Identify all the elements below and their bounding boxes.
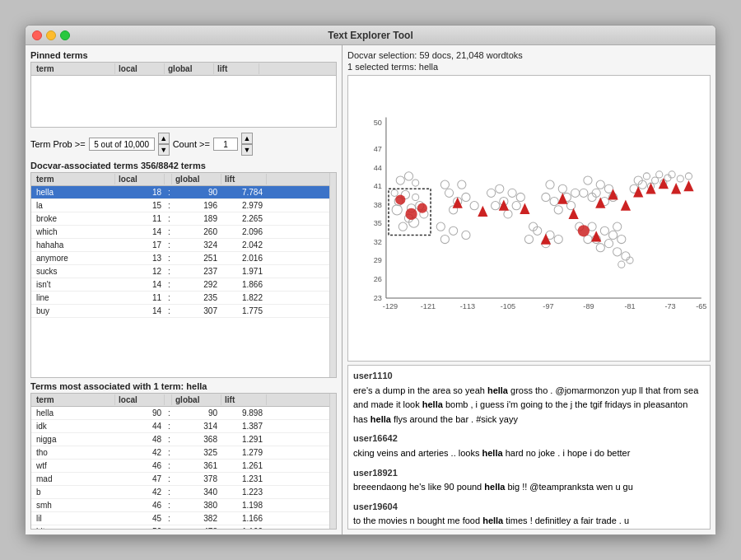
docvar-row[interactable]: which 14 : 260 2.096 [31, 226, 329, 239]
docvar-row[interactable]: anymore 13 : 251 2.016 [31, 252, 329, 265]
pinned-terms-section: Pinned terms term local global lift [30, 50, 337, 128]
docvar-row[interactable]: hella 18 : 90 7.784 [31, 186, 329, 199]
assoc-row[interactable]: b 42 : 340 1.223 [31, 486, 329, 499]
minimize-button[interactable] [46, 30, 56, 40]
map-chart: 23 26 29 32 35 38 41 44 47 50 -129 -121 … [348, 76, 710, 361]
docvar-row[interactable]: broke 11 : 189 2.265 [31, 212, 329, 226]
term-prob-down[interactable]: ▼ [158, 144, 170, 156]
svg-point-57 [550, 197, 558, 205]
assoc-row[interactable]: hit 56 : 478 1.160 [31, 525, 329, 529]
svg-text:-89: -89 [583, 302, 594, 310]
assoc-col-sep [165, 394, 172, 405]
assoc-row[interactable]: lil 45 : 382 1.166 [31, 512, 329, 525]
svg-marker-105 [499, 200, 509, 211]
assoc-scrollbar[interactable] [329, 394, 336, 529]
text-preview[interactable]: user1110ere's a dump in the area so yeah… [347, 365, 711, 530]
text-block: user16642cking veins and arteries .. loo… [353, 432, 705, 460]
text-block: user18921breeendaong he's like 90 pound … [353, 466, 705, 495]
docvar-scrollbar[interactable] [329, 173, 336, 377]
svg-point-84 [664, 175, 671, 181]
svg-marker-113 [645, 183, 655, 194]
username: user1110 [353, 371, 393, 380]
svg-point-43 [450, 226, 458, 235]
term-prob-row: Term Prob >= ▲ ▼ Count >= ▲ ▼ [30, 131, 337, 157]
docvar-row[interactable]: sucks 12 : 237 1.971 [31, 265, 329, 278]
docvar-rows: hella 18 : 90 7.784 la 15 : 196 2.979 br… [31, 186, 329, 318]
docvar-section: Docvar-associated terms 356/8842 terms t… [30, 161, 337, 378]
svg-point-88 [685, 173, 692, 180]
count-spinner: ▲ ▼ [241, 133, 253, 156]
left-panel: Pinned terms term local global lift Term… [26, 45, 343, 534]
assoc-row[interactable]: smh 46 : 380 1.198 [31, 499, 329, 512]
docvar-info: Docvar selection: 59 docs, 21,048 wordto… [347, 50, 711, 60]
pinned-col-lift: lift [214, 63, 259, 74]
svg-point-27 [412, 194, 419, 200]
svg-text:-121: -121 [421, 302, 436, 310]
svg-marker-115 [671, 183, 681, 194]
assoc-row[interactable]: wtf 46 : 361 1.261 [31, 460, 329, 473]
text-blocks-container: user1110ere's a dump in the area so yeah… [353, 369, 705, 530]
highlighted-term: hella [482, 448, 503, 458]
svg-point-41 [458, 180, 466, 189]
count-up[interactable]: ▲ [241, 133, 253, 144]
docvar-header: term local global lift [31, 173, 329, 186]
svg-point-99 [622, 252, 630, 260]
svg-text:-129: -129 [383, 302, 398, 310]
svg-point-58 [571, 189, 580, 197]
term-prob-input[interactable] [89, 138, 155, 151]
username: user16642 [353, 433, 398, 443]
count-label: Count >= [173, 139, 210, 149]
docvar-table[interactable]: term local global lift hella 18 : 90 7.7… [31, 173, 329, 377]
svg-point-85 [669, 171, 675, 178]
svg-point-49 [512, 202, 520, 210]
svg-text:26: 26 [374, 275, 382, 283]
assoc-col-term: term [33, 394, 115, 405]
svg-point-77 [613, 222, 622, 231]
assoc-row[interactable]: mad 47 : 378 1.231 [31, 473, 329, 486]
username: user19604 [353, 502, 398, 511]
assoc-row[interactable]: tho 42 : 325 1.279 [31, 446, 329, 460]
svg-point-63 [596, 180, 604, 189]
svg-point-60 [566, 202, 575, 210]
close-button[interactable] [32, 30, 42, 40]
svg-text:23: 23 [374, 294, 382, 302]
docvar-row[interactable]: hahaha 17 : 324 2.042 [31, 239, 329, 252]
pinned-col-global: global [165, 63, 214, 74]
svg-point-69 [580, 189, 588, 197]
svg-point-102 [405, 208, 417, 220]
svg-text:38: 38 [374, 201, 382, 209]
svg-point-79 [618, 235, 626, 243]
assoc-row[interactable]: nigga 48 : 368 1.291 [31, 433, 329, 446]
svg-point-55 [558, 184, 566, 193]
assoc-row[interactable]: hella 90 : 90 9.898 [31, 407, 329, 420]
assoc-row[interactable]: idk 44 : 314 1.387 [31, 420, 329, 433]
svg-point-74 [604, 240, 613, 248]
username: user18921 [353, 468, 398, 478]
svg-point-120 [395, 194, 405, 204]
text-block: user19604to the movies n bought me food … [353, 500, 705, 529]
assoc-col-local: local [115, 394, 165, 405]
assoc-table[interactable]: term local global lift hella 90 : 90 9.8… [31, 394, 329, 529]
svg-point-61 [542, 193, 550, 201]
maximize-button[interactable] [60, 30, 70, 40]
svg-text:35: 35 [374, 219, 382, 227]
docvar-row[interactable]: line 11 : 235 1.822 [31, 292, 329, 305]
highlighted-term: hella [482, 516, 503, 525]
count-down[interactable]: ▼ [241, 144, 253, 156]
svg-marker-109 [595, 197, 605, 208]
svg-point-98 [613, 248, 622, 256]
svg-point-100 [618, 261, 625, 268]
chart-container: 23 26 29 32 35 38 41 44 47 50 -129 -121 … [347, 75, 711, 362]
count-input[interactable] [213, 138, 238, 151]
docvar-row[interactable]: buy 14 : 307 1.775 [31, 305, 329, 318]
svg-point-50 [492, 202, 500, 210]
assoc-col-lift: lift [221, 394, 267, 405]
svg-point-54 [546, 180, 554, 189]
term-prob-up[interactable]: ▲ [158, 133, 170, 144]
docvar-row[interactable]: isn't 14 : 292 1.866 [31, 278, 329, 292]
svg-marker-116 [683, 180, 693, 191]
svg-marker-107 [557, 193, 567, 203]
svg-point-103 [417, 203, 427, 213]
pinned-terms-box: term local global lift [30, 62, 337, 128]
docvar-row[interactable]: la 15 : 196 2.979 [31, 199, 329, 212]
